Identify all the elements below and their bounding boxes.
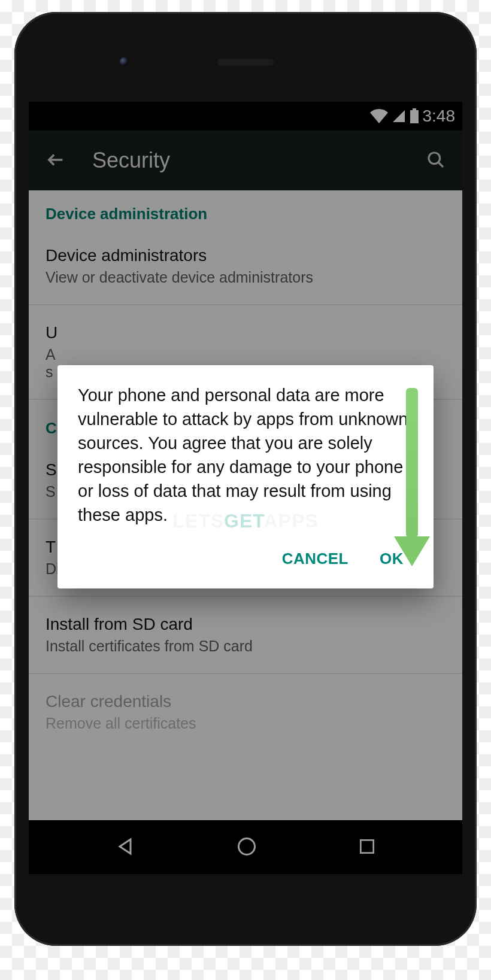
cancel-button[interactable]: CANCEL — [280, 544, 351, 574]
dialog-actions: CANCEL OK — [78, 527, 413, 579]
dialog-message: Your phone and personal data are more vu… — [78, 383, 413, 527]
screen: 3:48 Security Device administration Devi… — [29, 102, 462, 874]
unknown-sources-dialog: Your phone and personal data are more vu… — [57, 365, 434, 588]
phone-speaker — [216, 57, 275, 67]
phone-camera — [120, 57, 128, 66]
phone-frame: 3:48 Security Device administration Devi… — [14, 12, 477, 946]
ok-button[interactable]: OK — [377, 544, 406, 574]
